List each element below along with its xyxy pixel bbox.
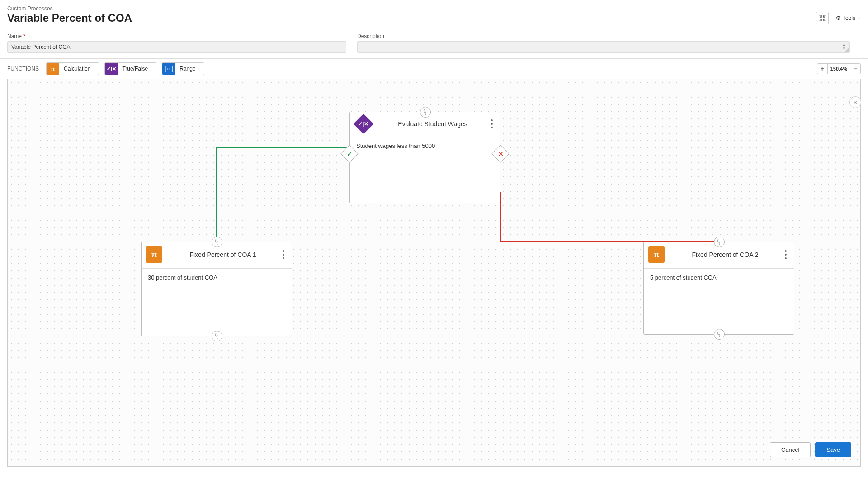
tools-menu[interactable]: ⚙ Tools ⌄ xyxy=(836,15,861,21)
function-calculation-label: Calculation xyxy=(59,66,99,72)
panel-collapse-button[interactable]: « xyxy=(849,96,861,108)
pi-icon: π xyxy=(146,246,162,263)
tools-label: Tools xyxy=(843,15,855,21)
port-bottom[interactable] xyxy=(212,331,222,341)
function-truefalse-button[interactable]: ✓|✕ True/False xyxy=(104,62,156,75)
node-menu-button[interactable]: ••• xyxy=(488,118,495,129)
node-body: Student wages less than 5000 xyxy=(350,137,500,149)
node-fixed-1[interactable]: π Fixed Percent of COA 1 ••• 30 percent … xyxy=(141,242,292,336)
description-input[interactable]: ▲▼ xyxy=(357,41,850,53)
node-title: Evaluate Student Wages xyxy=(377,120,488,128)
gear-icon: ⚙ xyxy=(836,15,841,21)
functions-label: FUNCTIONS xyxy=(7,66,39,72)
node-body: 5 percent of student COA xyxy=(644,269,794,281)
node-menu-button[interactable]: ••• xyxy=(280,249,287,260)
resize-grip-icon xyxy=(845,48,849,52)
node-fixed-2[interactable]: π Fixed Percent of COA 2 ••• 5 percent o… xyxy=(643,242,794,335)
zoom-level: 150.4% xyxy=(827,64,850,74)
function-calculation-button[interactable]: π Calculation xyxy=(46,62,99,75)
range-icon: |↔| xyxy=(162,63,175,75)
port-top[interactable] xyxy=(714,237,725,247)
flow-canvas[interactable]: « ✓ ✕ ✓|✕ Evaluate Student Wages ••• Stu… xyxy=(7,79,861,467)
port-top[interactable] xyxy=(212,237,222,247)
function-range-label: Range xyxy=(175,66,203,72)
collapse-view-button[interactable] xyxy=(816,12,829,24)
pi-icon: π xyxy=(47,63,59,75)
zoom-controls: + 150.4% − xyxy=(817,63,861,74)
port-bottom[interactable] xyxy=(714,329,725,340)
pi-icon: π xyxy=(648,246,665,263)
breadcrumb: Custom Processes xyxy=(7,5,861,12)
node-title: Fixed Percent of COA 1 xyxy=(166,251,280,258)
node-title: Fixed Percent of COA 2 xyxy=(668,251,782,258)
node-evaluate[interactable]: ✓ ✕ ✓|✕ Evaluate Student Wages ••• Stude… xyxy=(349,112,500,203)
truefalse-icon: ✓|✕ xyxy=(105,63,118,75)
cancel-button[interactable]: Cancel xyxy=(770,442,811,457)
name-input[interactable] xyxy=(7,41,346,53)
page-title: Variable Percent of COA xyxy=(7,12,132,24)
zoom-out-button[interactable]: − xyxy=(850,64,860,74)
node-menu-button[interactable]: ••• xyxy=(782,249,789,260)
function-truefalse-label: True/False xyxy=(118,66,156,72)
truefalse-icon: ✓|✕ xyxy=(353,114,373,134)
name-label: Name * xyxy=(7,33,346,39)
node-body: 30 percent of student COA xyxy=(142,269,292,281)
collapse-icon xyxy=(819,15,826,21)
description-label: Description xyxy=(357,33,850,39)
function-range-button[interactable]: |↔| Range xyxy=(162,62,204,75)
chevron-down-icon: ⌄ xyxy=(857,16,861,20)
port-top[interactable] xyxy=(420,107,431,118)
zoom-in-button[interactable]: + xyxy=(817,64,827,74)
save-button[interactable]: Save xyxy=(815,442,851,457)
